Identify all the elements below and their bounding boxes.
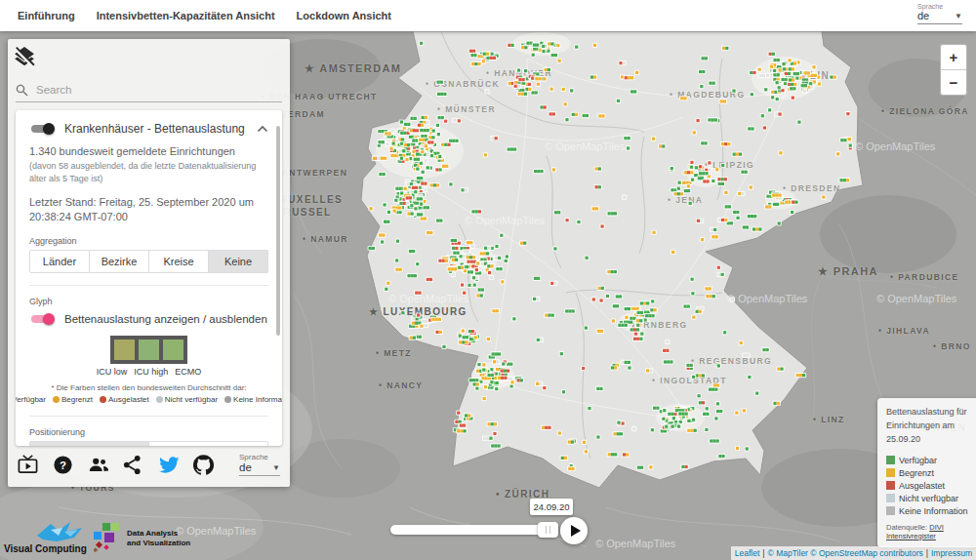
language-value: de	[917, 10, 929, 21]
team-button[interactable]	[88, 455, 108, 475]
glyph-visibility-toggle[interactable]	[29, 312, 55, 326]
tab-einfuehrung[interactable]: Einführung	[18, 10, 75, 21]
visual-computing-logo-art	[35, 520, 94, 545]
layer-visibility-toggle[interactable]	[29, 122, 55, 136]
legend-item: Begrenzt	[886, 468, 974, 478]
facilities-note: (davon 58 ausgeblendet, da die letzte Da…	[29, 160, 259, 185]
chevron-down-icon: ▼	[272, 463, 280, 472]
visual-computing-label: Visual Computing	[4, 543, 87, 554]
positioning-exakte-position-button[interactable]: Exakte Position	[149, 441, 268, 446]
twitter-icon	[158, 455, 181, 475]
legend-color-swatch	[886, 481, 895, 490]
intensivregister-link[interactable]: Intensivregister	[886, 532, 936, 540]
maptiler-link[interactable]: © MapTiler	[768, 548, 808, 558]
share-icon	[123, 455, 142, 475]
panel-language-select[interactable]: Sprache de ▼	[239, 453, 280, 476]
aggregation-button-group: Länder Bezirke Kreise Keine	[29, 250, 268, 273]
legend-dot-begrenzt	[53, 396, 60, 403]
legend-color-swatch	[886, 506, 895, 515]
glyph-toggle-label: Bettenauslastung anzeigen / ausblenden	[64, 313, 267, 325]
layer-title: Krankenhäuser - Bettenauslastung	[64, 122, 247, 136]
chevron-up-icon[interactable]	[257, 125, 268, 133]
legend-date: 25.09.20	[886, 433, 974, 447]
top-navigation: Einführung Intensivbetten-Kapazitäten An…	[0, 0, 976, 31]
legend-dot-nicht-verfuegbar	[156, 396, 163, 403]
legend-color-swatch	[886, 468, 895, 477]
language-label: Sprache	[239, 453, 280, 461]
legend-title-line2: Einrichtungen am	[886, 420, 974, 433]
legend-title-line1: Bettenauslastung für	[886, 406, 974, 420]
glyph-cell-icu-low	[114, 340, 135, 360]
glyph-preview	[29, 336, 268, 364]
positioning-button-group: Verdeckungsfrei Exakte Position	[29, 441, 268, 446]
map-attribution: Leaflet| © MapTiler © OpenStreetMap cont…	[731, 546, 976, 560]
github-button[interactable]	[193, 455, 214, 475]
map-zoom-control: + −	[940, 44, 967, 96]
panel-footer: ?	[18, 448, 280, 481]
divi-link[interactable]: DIVI	[929, 523, 944, 532]
legend-panel: Bettenauslastung für Einrichtungen am 25…	[877, 398, 976, 547]
legend-color-swatch	[886, 494, 895, 502]
language-value: de	[239, 461, 252, 473]
leaflet-link[interactable]: Leaflet	[735, 548, 760, 558]
aggregation-laender-button[interactable]: Länder	[29, 250, 90, 273]
tab-lockdown-ansicht[interactable]: Lockdown Ansicht	[297, 10, 391, 21]
osm-link[interactable]: © OpenStreetMap contributors	[810, 548, 922, 558]
aggregation-kreise-button[interactable]: Kreise	[149, 250, 209, 273]
search-input[interactable]	[34, 83, 263, 97]
search-field[interactable]	[16, 78, 282, 102]
play-icon	[571, 525, 581, 537]
help-icon: ?	[53, 455, 73, 475]
aggregation-label: Aggregation	[29, 236, 268, 246]
dav-logo-art	[94, 523, 123, 552]
layers-off-icon	[14, 46, 35, 67]
svg-text:?: ?	[60, 459, 66, 470]
last-update-text: Letzter Stand: Freitag, 25. September 20…	[29, 195, 273, 225]
zoom-out-button[interactable]: −	[941, 70, 966, 95]
share-button[interactable]	[123, 455, 143, 475]
timeline-slider-track[interactable]	[390, 525, 554, 535]
chevron-down-icon: ▼	[955, 12, 962, 20]
search-icon	[16, 84, 28, 97]
glyph-axis-labels: ICU low ICU high ECMO	[29, 367, 268, 377]
legend-dot-keine-information	[224, 396, 231, 403]
source-label: Datenquelle:	[886, 523, 927, 532]
glyph-label: Glyph	[29, 297, 268, 306]
timeline-date-tooltip: 24.09.20	[530, 499, 573, 515]
github-icon	[193, 455, 214, 475]
twitter-button[interactable]	[158, 455, 179, 475]
people-icon	[88, 455, 109, 475]
help-button[interactable]: ?	[53, 455, 73, 475]
control-panel: Krankenhäuser - Bettenauslastung 1.340 b…	[8, 39, 290, 487]
glyph-color-legend: Verfügbar Begrenzt Ausgelastet Nicht ver…	[29, 395, 268, 404]
zoom-in-button[interactable]: +	[941, 45, 966, 70]
app-root: ★ AMSTERDAM• UTRECHT• DEN HAAG• ROTTERDA…	[0, 0, 976, 560]
positioning-label: Positionierung	[29, 427, 268, 437]
aggregation-keine-button[interactable]: Keine	[209, 250, 268, 273]
legend-item: Verfügbar	[886, 456, 974, 465]
timeline-play-button[interactable]	[560, 517, 588, 544]
dav-label-line1: Data Analysis	[127, 529, 190, 539]
card-scrollbar[interactable]	[276, 126, 280, 336]
impressum-link[interactable]: Impressum	[931, 548, 972, 558]
aggregation-bezirke-button[interactable]: Bezirke	[90, 250, 149, 273]
legend-color-swatch	[886, 456, 895, 464]
hide-layers-button[interactable]	[14, 46, 35, 67]
tab-intensivbetten-ansicht[interactable]: Intensivbetten-Kapazitäten Ansicht	[97, 10, 275, 21]
tv-icon	[18, 455, 38, 475]
facilities-count: 1.340 bundesweit gemeldete Einrichtungen	[29, 145, 268, 157]
positioning-verdeckungsfrei-button[interactable]: Verdeckungsfrei	[29, 441, 149, 446]
video-tutorial-button[interactable]	[18, 455, 38, 475]
glyph-cell-ecmo	[163, 340, 183, 360]
legend-item: Ausgelastet	[886, 481, 974, 491]
dav-label-line2: and Visualization	[127, 539, 190, 548]
legend-dot-ausgelastet	[100, 396, 106, 403]
glyph-cell-icu-high	[139, 340, 159, 360]
nav-language-select[interactable]: Sprache de ▼	[917, 3, 962, 24]
language-label: Sprache	[917, 3, 962, 10]
timeline-slider-handle[interactable]	[538, 522, 558, 538]
legend-item: Keine Information	[886, 506, 974, 516]
legend-item: Nicht verfügbar	[886, 494, 974, 503]
layer-settings-card: Krankenhäuser - Bettenauslastung 1.340 b…	[16, 110, 282, 446]
dav-logo[interactable]: Data Analysis and Visualization	[94, 523, 190, 552]
